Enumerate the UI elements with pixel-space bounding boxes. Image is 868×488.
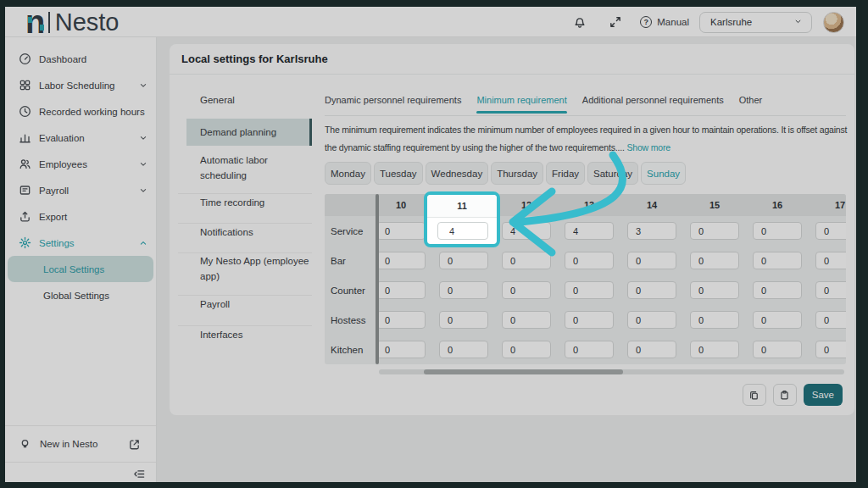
highlighted-cell: 11 xyxy=(424,191,500,247)
highlighted-hour-header: 11 xyxy=(427,195,497,218)
highlighted-input[interactable] xyxy=(437,222,488,240)
